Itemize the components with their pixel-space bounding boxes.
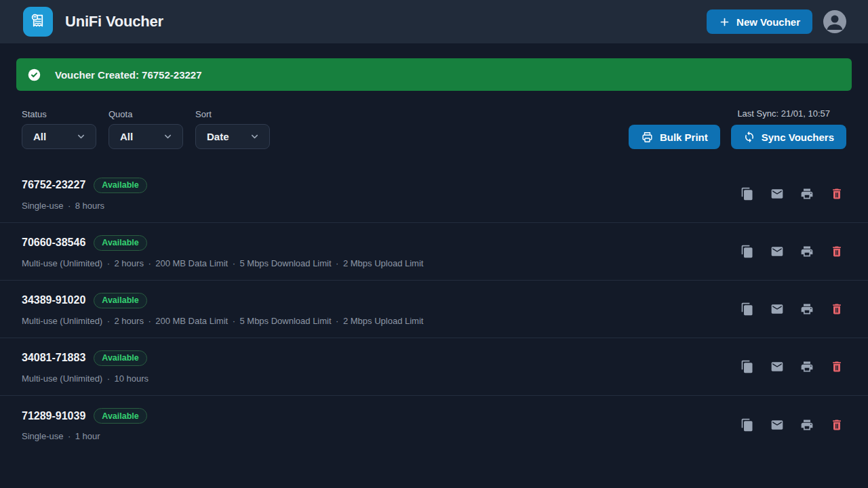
- print-icon[interactable]: [800, 302, 814, 316]
- avatar[interactable]: [823, 10, 846, 33]
- status-badge: Available: [94, 408, 146, 424]
- print-icon[interactable]: [800, 418, 814, 432]
- last-sync-text: Last Sync: 21/01, 10:57: [737, 108, 830, 119]
- voucher-row: 76752-23227 Available Single-use · 8 hou…: [0, 165, 868, 223]
- status-filter-group: Status All: [22, 109, 96, 149]
- voucher-details: Multi-use (Unlimited) · 2 hours · 200 MB…: [22, 258, 423, 268]
- delete-icon[interactable]: [830, 360, 844, 373]
- email-icon[interactable]: [770, 360, 784, 373]
- plus-icon: [719, 16, 730, 28]
- voucher-details: Single-use · 1 hour: [22, 431, 147, 441]
- email-icon[interactable]: [770, 302, 784, 316]
- bulk-print-label: Bulk Print: [660, 131, 708, 143]
- new-voucher-button[interactable]: New Voucher: [707, 9, 812, 34]
- app-header: UniFi Voucher New Voucher: [0, 0, 868, 43]
- delete-icon[interactable]: [830, 245, 844, 258]
- quota-filter-select[interactable]: All: [108, 124, 183, 149]
- success-banner: Voucher Created: 76752-23227: [16, 58, 852, 91]
- copy-icon[interactable]: [741, 360, 754, 373]
- status-filter-label: Status: [22, 109, 96, 119]
- email-icon[interactable]: [770, 245, 784, 258]
- sync-icon: [743, 131, 755, 143]
- voucher-code: 70660-38546: [22, 237, 85, 249]
- chevron-down-icon: [250, 131, 260, 142]
- status-badge: Available: [94, 178, 146, 193]
- quota-filter-group: Quota All: [108, 109, 183, 149]
- copy-icon[interactable]: [741, 302, 754, 316]
- copy-icon[interactable]: [741, 187, 754, 201]
- voucher-code: 34081-71883: [22, 352, 85, 364]
- status-badge: Available: [94, 293, 146, 308]
- bulk-print-button[interactable]: Bulk Print: [629, 125, 720, 149]
- delete-icon[interactable]: [830, 302, 844, 316]
- banner-message: Voucher Created: 76752-23227: [55, 69, 202, 81]
- voucher-logo-icon: [23, 7, 53, 37]
- status-badge: Available: [94, 350, 146, 366]
- delete-icon[interactable]: [830, 187, 844, 201]
- status-filter-value: All: [33, 131, 46, 142]
- sync-vouchers-button[interactable]: Sync Vouchers: [731, 125, 846, 149]
- voucher-details: Multi-use (Unlimited) · 2 hours · 200 MB…: [22, 316, 423, 326]
- printer-icon: [641, 131, 654, 144]
- quota-filter-label: Quota: [108, 109, 183, 119]
- print-icon[interactable]: [800, 187, 814, 201]
- copy-icon[interactable]: [741, 418, 754, 432]
- status-filter-select[interactable]: All: [22, 124, 96, 149]
- email-icon[interactable]: [770, 187, 784, 201]
- print-icon[interactable]: [800, 360, 814, 373]
- copy-icon[interactable]: [741, 245, 754, 258]
- chevron-down-icon: [163, 131, 173, 142]
- sync-vouchers-label: Sync Vouchers: [762, 131, 834, 143]
- email-icon[interactable]: [770, 418, 784, 432]
- voucher-row: 34081-71883 Available Multi-use (Unlimit…: [0, 338, 868, 396]
- voucher-code: 76752-23227: [22, 179, 85, 191]
- voucher-row: 71289-91039 Available Single-use · 1 hou…: [0, 396, 868, 453]
- sort-filter-select[interactable]: Date: [195, 124, 270, 149]
- sort-filter-group: Sort Date: [195, 109, 270, 149]
- print-icon[interactable]: [800, 245, 814, 258]
- voucher-code: 71289-91039: [22, 410, 85, 422]
- voucher-list: 76752-23227 Available Single-use · 8 hou…: [0, 165, 868, 453]
- chevron-down-icon: [76, 131, 86, 142]
- voucher-details: Single-use · 8 hours: [22, 201, 147, 211]
- new-voucher-label: New Voucher: [736, 16, 800, 28]
- voucher-details: Multi-use (Unlimited) · 10 hours: [22, 373, 149, 384]
- check-circle-icon: [27, 68, 41, 82]
- quota-filter-value: All: [120, 131, 133, 142]
- page-title: UniFi Voucher: [65, 13, 163, 30]
- delete-icon[interactable]: [830, 418, 844, 432]
- sort-filter-label: Sort: [195, 109, 270, 119]
- filter-bar: Status All Quota All Sort Date: [22, 108, 846, 149]
- status-badge: Available: [94, 235, 146, 251]
- voucher-row: 70660-38546 Available Multi-use (Unlimit…: [0, 223, 868, 281]
- voucher-row: 34389-91020 Available Multi-use (Unlimit…: [0, 281, 868, 338]
- sort-filter-value: Date: [207, 131, 229, 142]
- voucher-code: 34389-91020: [22, 294, 85, 306]
